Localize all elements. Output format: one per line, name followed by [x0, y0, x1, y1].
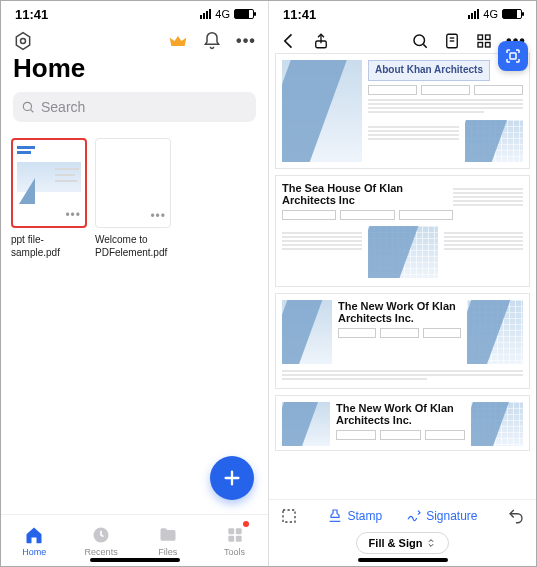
- status-time: 11:41: [15, 7, 48, 22]
- svg-rect-15: [478, 35, 483, 40]
- tab-label: Home: [22, 547, 46, 557]
- settings-icon[interactable]: [13, 31, 33, 51]
- battery-icon: [502, 9, 522, 19]
- folder-icon: [158, 525, 178, 545]
- svg-marker-0: [16, 33, 29, 50]
- stamp-label: Stamp: [347, 509, 382, 523]
- svg-rect-7: [228, 535, 234, 541]
- page-title: Home: [13, 53, 256, 84]
- svg-point-2: [23, 102, 31, 110]
- home-indicator: [358, 558, 448, 562]
- back-icon[interactable]: [279, 31, 299, 51]
- add-button[interactable]: [210, 456, 254, 500]
- document-page: About Khan Architects: [275, 53, 530, 169]
- status-bar: 11:41 4G: [1, 1, 268, 27]
- file-item[interactable]: ••• Welcome to PDFelement.pdf: [95, 138, 171, 259]
- file-name: Welcome to PDFelement.pdf: [95, 234, 171, 259]
- home-icon: [24, 525, 44, 545]
- svg-rect-5: [228, 528, 234, 534]
- phone-home-screen: 11:41 4G ••• Home Search: [1, 1, 269, 566]
- tab-label: Recents: [85, 547, 118, 557]
- document-viewport[interactable]: About Khan Architects The Sea House Of K…: [269, 51, 536, 499]
- search-placeholder: Search: [41, 99, 85, 115]
- svg-rect-8: [235, 535, 241, 541]
- status-network: 4G: [215, 8, 230, 20]
- thumbnails-icon[interactable]: [474, 31, 494, 51]
- notification-bell-icon[interactable]: [202, 31, 222, 51]
- document-page: The Sea House Of Klan Architects Inc: [275, 175, 530, 287]
- svg-line-11: [423, 44, 426, 47]
- signature-tool[interactable]: Signature: [406, 508, 477, 524]
- status-bar: 11:41 4G: [269, 1, 536, 27]
- svg-rect-17: [478, 43, 483, 48]
- tab-home[interactable]: Home: [1, 515, 68, 566]
- signal-icon: [468, 9, 479, 19]
- file-thumbnail: •••: [11, 138, 87, 228]
- signature-label: Signature: [426, 509, 477, 523]
- tab-tools[interactable]: Tools: [201, 515, 268, 566]
- file-item[interactable]: ••• ppt file-sample.pdf: [11, 138, 87, 259]
- document-page: The New Work Of Klan Architects Inc.: [275, 293, 530, 389]
- tools-icon: [225, 525, 245, 545]
- section-title: The New Work Of Klan Architects Inc.: [336, 402, 465, 426]
- section-title: The Sea House Of Klan Architects Inc: [282, 182, 453, 206]
- svg-rect-20: [283, 510, 295, 522]
- battery-icon: [234, 9, 254, 19]
- bookmark-icon[interactable]: [442, 31, 462, 51]
- scan-icon[interactable]: [498, 41, 528, 71]
- chevron-updown-icon: [426, 538, 436, 548]
- mode-pill[interactable]: Fill & Sign: [356, 532, 450, 554]
- tab-label: Files: [158, 547, 177, 557]
- phone-document-view: 11:41 4G ••• Ab: [269, 1, 536, 566]
- search-input[interactable]: Search: [13, 92, 256, 122]
- crown-icon[interactable]: [168, 31, 188, 51]
- document-cover-title: About Khan Architects: [368, 60, 490, 81]
- svg-rect-19: [510, 53, 516, 59]
- stamp-tool[interactable]: Stamp: [327, 508, 382, 524]
- section-title: The New Work Of Klan Architects Inc.: [338, 300, 461, 324]
- svg-rect-6: [235, 528, 241, 534]
- crop-select-icon[interactable]: [279, 506, 299, 526]
- status-time: 11:41: [283, 7, 316, 22]
- file-thumbnail: •••: [95, 138, 171, 228]
- undo-icon[interactable]: [506, 506, 526, 526]
- file-grid: ••• ppt file-sample.pdf ••• Welcome to P…: [1, 132, 268, 265]
- signal-icon: [200, 9, 211, 19]
- search-icon: [21, 100, 35, 114]
- svg-point-1: [21, 39, 26, 44]
- annotation-toolbar: Stamp Signature: [269, 499, 536, 528]
- svg-line-3: [31, 110, 34, 113]
- share-icon[interactable]: [311, 31, 331, 51]
- signature-icon: [406, 508, 422, 524]
- tab-label: Tools: [224, 547, 245, 557]
- svg-point-10: [414, 35, 425, 46]
- more-icon[interactable]: •••: [236, 31, 256, 51]
- badge-dot: [243, 521, 249, 527]
- home-indicator: [90, 558, 180, 562]
- file-name: ppt file-sample.pdf: [11, 234, 87, 259]
- mode-label: Fill & Sign: [369, 537, 423, 549]
- status-network: 4G: [483, 8, 498, 20]
- document-page: The New Work Of Klan Architects Inc.: [275, 395, 530, 451]
- doc-search-icon[interactable]: [410, 31, 430, 51]
- clock-icon: [91, 525, 111, 545]
- svg-rect-18: [486, 43, 491, 48]
- svg-rect-16: [486, 35, 491, 40]
- stamp-icon: [327, 508, 343, 524]
